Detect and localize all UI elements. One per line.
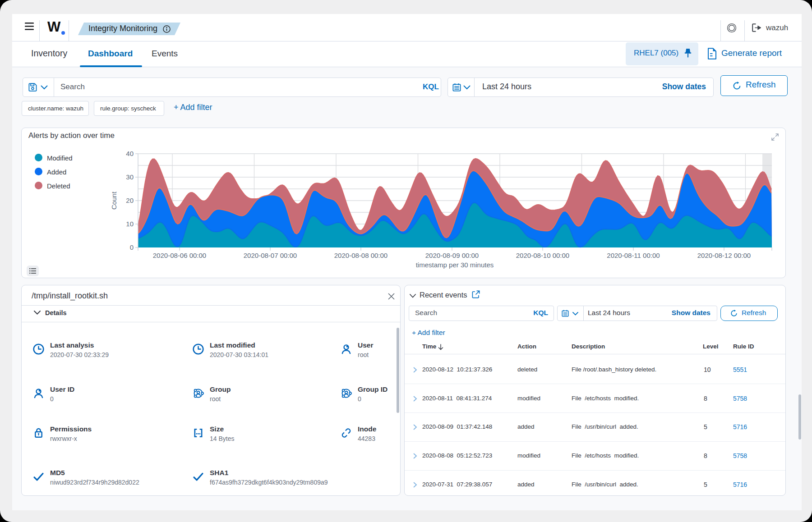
svg-text:2020-08-06 00:00: 2020-08-06 00:00	[153, 252, 206, 259]
svg-text:20: 20	[126, 197, 134, 204]
svg-text:10: 10	[126, 220, 134, 228]
svg-text:2020-08-09 00:00: 2020-08-09 00:00	[425, 252, 479, 259]
svg-text:2020-08-10 00:00: 2020-08-10 00:00	[516, 252, 569, 259]
svg-text:2020-08-08 00:00: 2020-08-08 00:00	[334, 252, 388, 259]
svg-text:2020-08-12 00:00: 2020-08-12 00:00	[697, 252, 751, 259]
svg-text:30: 30	[126, 173, 134, 181]
svg-text:timestamp per 30 minutes: timestamp per 30 minutes	[416, 261, 494, 269]
svg-text:Count: Count	[110, 191, 118, 210]
svg-text:2020-08-07 00:00: 2020-08-07 00:00	[244, 252, 297, 259]
svg-text:0: 0	[130, 243, 134, 251]
svg-text:2020-08-11 00:00: 2020-08-11 00:00	[607, 252, 660, 259]
svg-text:40: 40	[126, 150, 134, 157]
